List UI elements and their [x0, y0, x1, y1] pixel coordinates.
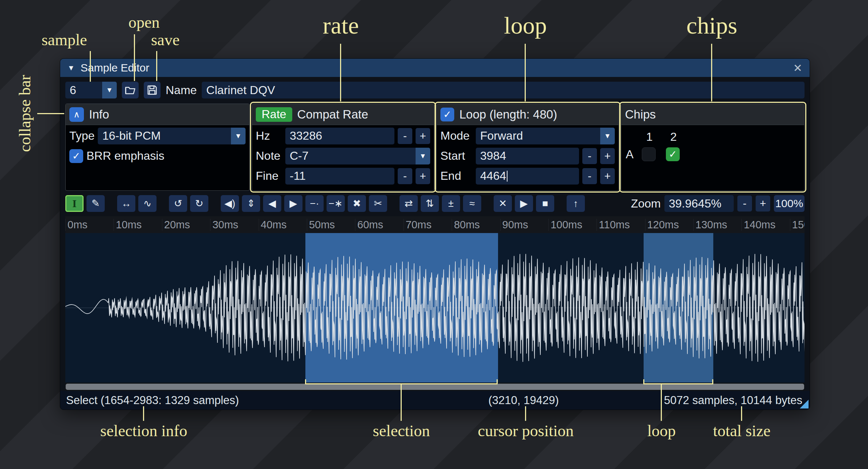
info-panel: ∧ Info Type 16-bit PCM ▼ ✓ BRR emphasis: [65, 104, 250, 191]
window-collapse-icon[interactable]: ▼: [67, 64, 75, 72]
annotation-line-rate: [340, 44, 341, 101]
brr-emphasis-checkbox[interactable]: ✓: [69, 149, 83, 163]
fine-value: -11: [290, 169, 306, 183]
trim-button[interactable]: ✂: [369, 195, 387, 212]
loop-start-label: Start: [440, 149, 472, 163]
hz-plus-button[interactable]: +: [416, 128, 430, 144]
reverse-button[interactable]: ⇄: [400, 195, 418, 212]
resample-button[interactable]: ∿: [138, 195, 157, 212]
waveform-canvas[interactable]: [65, 233, 805, 383]
chip-a2-checkbox[interactable]: ✓: [666, 147, 680, 161]
loop-enable-checkbox[interactable]: ✓: [440, 108, 454, 121]
normalize-button[interactable]: ⇕: [242, 195, 260, 212]
close-icon[interactable]: ✕: [793, 62, 802, 74]
apply-silence-button[interactable]: −∗: [327, 195, 345, 212]
invert-button[interactable]: ⇅: [421, 195, 439, 212]
crossfade-button[interactable]: ✕: [494, 195, 512, 212]
type-value[interactable]: 16-bit PCM: [98, 128, 231, 144]
hz-input[interactable]: 33286: [285, 128, 394, 144]
chevron-down-icon[interactable]: ▼: [231, 128, 246, 144]
loop-start-minus-button[interactable]: -: [582, 148, 597, 164]
zoom-out-button[interactable]: -: [737, 195, 752, 212]
note-label: Note: [256, 149, 282, 163]
annotation-line-open: [134, 34, 135, 81]
annotation-open: open: [128, 13, 160, 32]
hz-row: Hz 33286 - +: [252, 125, 434, 145]
rate-mode-button[interactable]: Rate: [256, 107, 292, 122]
annotation-bracket-loop: [643, 379, 713, 384]
annotation-line-selection-info: [143, 406, 144, 421]
annotation-total-size: total size: [713, 422, 771, 440]
loop-end-plus-button[interactable]: +: [600, 168, 615, 184]
waveform-view[interactable]: [65, 233, 805, 383]
zoom-in-button[interactable]: +: [756, 195, 770, 212]
loop-start-plus-button[interactable]: +: [600, 148, 615, 164]
loop-mode-value[interactable]: Forward: [476, 128, 600, 144]
hz-minus-button[interactable]: -: [398, 128, 412, 144]
chips-grid: 1 2 A ✓: [621, 125, 804, 163]
rate-panel-title: Compat Rate: [297, 108, 368, 121]
filter-button[interactable]: ≈: [463, 195, 481, 212]
time-ruler-label: 80ms: [452, 219, 500, 231]
annotation-sample: sample: [42, 31, 87, 49]
loop-end-value: 4464: [480, 169, 506, 183]
loop-end-minus-button[interactable]: -: [582, 168, 597, 184]
time-ruler-label: 60ms: [355, 219, 403, 231]
titlebar[interactable]: ▼ Sample Editor ✕: [60, 59, 810, 77]
resize-button[interactable]: ↔: [117, 195, 135, 212]
fine-input[interactable]: -11: [285, 168, 394, 185]
type-select[interactable]: 16-bit PCM ▼: [98, 128, 246, 144]
stop-preview-button[interactable]: ■: [536, 195, 554, 212]
loop-panel-title: Loop (length: 480): [459, 108, 557, 121]
fade-out-button[interactable]: ▶: [284, 195, 302, 212]
save-button[interactable]: [144, 82, 161, 98]
time-ruler-label: 10ms: [113, 219, 162, 231]
chip-a1-checkbox[interactable]: [642, 147, 656, 161]
select-tool-button[interactable]: I: [65, 195, 84, 212]
sample-number[interactable]: 6: [65, 82, 102, 98]
loop-start-input[interactable]: 3984: [476, 148, 579, 164]
time-ruler-label: 140ms: [741, 219, 790, 231]
loop-panel: ✓ Loop (length: 480) Mode Forward ▼ Star…: [436, 104, 619, 191]
save-floppy-icon: [147, 85, 158, 96]
undo-button[interactable]: ↺: [169, 195, 187, 212]
chips-panel-header: Chips: [621, 104, 804, 125]
hz-label: Hz: [256, 129, 282, 143]
chevron-down-icon[interactable]: ▼: [102, 82, 117, 98]
note-value[interactable]: C-7: [285, 148, 416, 164]
annotation-cursor-position: cursor position: [478, 422, 574, 440]
delete-button[interactable]: ✖: [348, 195, 366, 212]
time-ruler-label: 120ms: [645, 219, 693, 231]
name-input[interactable]: Clarinet DQV: [202, 82, 805, 98]
draw-tool-button[interactable]: ✎: [86, 195, 105, 212]
insert-silence-button[interactable]: −·: [305, 195, 324, 212]
amplify-button[interactable]: ◀): [221, 195, 239, 212]
scrollbar-thumb[interactable]: [66, 384, 804, 390]
info-panel-header: ∧ Info: [66, 104, 249, 125]
create-instrument-button[interactable]: ↑: [567, 195, 585, 212]
resize-grip[interactable]: [800, 400, 809, 408]
fine-minus-button[interactable]: -: [398, 168, 412, 184]
annotation-line-chips: [711, 44, 712, 101]
loop-end-input[interactable]: 4464: [476, 168, 579, 185]
note-select[interactable]: C-7 ▼: [285, 148, 430, 164]
time-ruler: 0ms10ms20ms30ms40ms50ms60ms70ms80ms90ms1…: [65, 216, 805, 233]
sample-select[interactable]: 6 ▼: [65, 82, 117, 98]
preview-button[interactable]: ▶: [515, 195, 533, 212]
fine-plus-button[interactable]: +: [416, 168, 430, 184]
time-ruler-label: 130ms: [693, 219, 741, 231]
loop-mode-select[interactable]: Forward ▼: [476, 128, 615, 144]
rate-panel: Rate Compat Rate Hz 33286 - + Note C-7 ▼…: [252, 104, 434, 191]
redo-button[interactable]: ↻: [190, 195, 208, 212]
sign-button[interactable]: ±: [442, 195, 460, 212]
time-ruler-label: 70ms: [404, 219, 452, 231]
zoom-reset-button[interactable]: 100%: [774, 195, 805, 212]
fade-in-button[interactable]: ◀: [263, 195, 281, 212]
zoom-input[interactable]: 39.9645%: [664, 195, 734, 212]
panel-row: ∧ Info Type 16-bit PCM ▼ ✓ BRR emphasis …: [60, 103, 810, 191]
chevron-down-icon[interactable]: ▼: [600, 128, 615, 144]
open-button[interactable]: [122, 82, 139, 98]
chevron-down-icon[interactable]: ▼: [416, 148, 430, 164]
collapse-bar-button[interactable]: ∧: [69, 107, 84, 122]
annotation-line-save: [156, 51, 157, 81]
